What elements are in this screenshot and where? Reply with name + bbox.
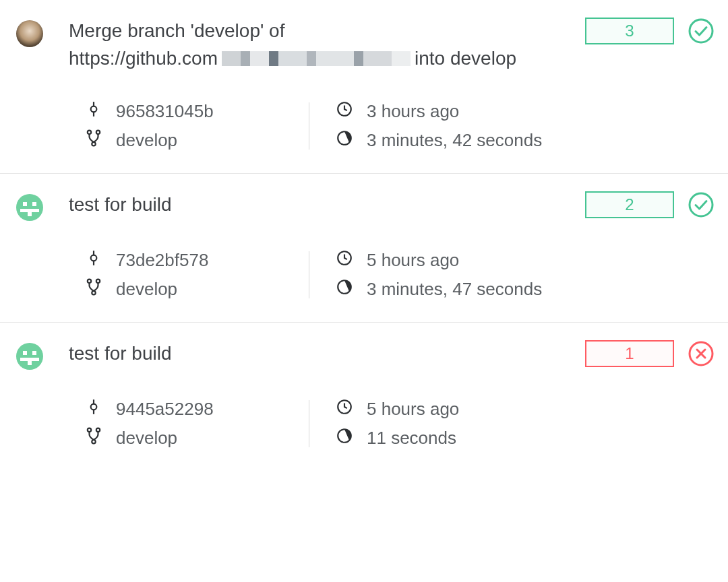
clock-icon <box>336 100 353 123</box>
commit-sha-value: 9445a52298 <box>116 399 214 420</box>
duration-icon <box>336 278 353 300</box>
build-number-badge[interactable]: 1 <box>585 340 674 367</box>
branch-name: develop <box>85 427 301 449</box>
build-duration: 3 minutes, 47 seconds <box>317 278 715 300</box>
svg-point-0 <box>690 20 712 42</box>
branch-name: develop <box>85 129 301 152</box>
build-time-value: 5 hours ago <box>367 399 459 420</box>
branch-icon <box>85 278 102 300</box>
build-list: Merge branch 'develop' of https://github… <box>0 0 728 471</box>
build-header: Merge branch 'develop' of https://github… <box>16 18 715 72</box>
build-number-badge[interactable]: 2 <box>585 191 674 218</box>
meta-divider <box>309 251 309 298</box>
build-item[interactable]: Merge branch 'develop' of https://github… <box>0 0 728 174</box>
clock-icon <box>336 249 353 271</box>
build-number-badge[interactable]: 3 <box>585 18 674 44</box>
author-avatar[interactable] <box>16 20 43 47</box>
status-success-icon <box>688 191 715 218</box>
build-duration: 11 seconds <box>317 427 715 449</box>
build-meta: 965831045bdevelop3 hours ago3 minutes, 4… <box>85 100 715 152</box>
svg-point-1 <box>91 106 97 112</box>
author-avatar[interactable] <box>16 343 43 370</box>
svg-point-24 <box>92 440 95 443</box>
branch-name: develop <box>85 278 301 300</box>
commit-message-text: into develop <box>415 48 516 69</box>
branch-icon <box>85 427 102 449</box>
commit-sha: 965831045b <box>85 100 301 123</box>
duration-icon <box>336 427 353 449</box>
build-meta: 73de2bf578develop5 hours ago3 minutes, 4… <box>85 249 715 300</box>
build-item[interactable]: test for build19445a52298develop5 hours … <box>0 323 728 471</box>
svg-point-22 <box>88 428 91 432</box>
commit-icon <box>85 100 102 123</box>
build-duration: 3 minutes, 42 seconds <box>317 129 715 152</box>
build-time: 3 hours ago <box>317 100 715 123</box>
svg-point-19 <box>91 404 97 410</box>
svg-point-10 <box>91 255 97 261</box>
branch-icon <box>85 129 102 152</box>
commit-message[interactable]: Merge branch 'develop' of https://github… <box>69 18 573 72</box>
clock-icon <box>336 398 353 420</box>
build-time-value: 5 hours ago <box>367 250 459 271</box>
commit-message-text: test for build <box>69 194 172 215</box>
svg-point-4 <box>88 131 91 134</box>
branch-name-value: develop <box>116 428 177 449</box>
status-failed-icon <box>688 340 715 367</box>
author-avatar[interactable] <box>16 194 43 221</box>
branch-name-value: develop <box>116 279 177 300</box>
redacted-text <box>222 51 411 66</box>
commit-icon <box>85 398 102 420</box>
build-duration-value: 11 seconds <box>367 428 456 449</box>
meta-divider <box>309 400 309 447</box>
branch-name-value: develop <box>116 130 177 151</box>
commit-sha: 73de2bf578 <box>85 249 301 271</box>
svg-point-23 <box>96 428 100 432</box>
build-meta: 9445a52298develop5 hours ago11 seconds <box>85 398 715 449</box>
build-time: 5 hours ago <box>317 249 715 271</box>
build-header: test for build2 <box>16 191 715 221</box>
svg-point-5 <box>96 131 100 134</box>
commit-icon <box>85 249 102 271</box>
svg-point-14 <box>96 280 100 283</box>
commit-message-text: test for build <box>69 343 172 364</box>
commit-message[interactable]: test for build <box>69 340 573 368</box>
status-success-icon <box>688 18 715 44</box>
build-item[interactable]: test for build273de2bf578develop5 hours … <box>0 174 728 323</box>
build-duration-value: 3 minutes, 42 seconds <box>367 130 542 151</box>
commit-message[interactable]: test for build <box>69 191 573 219</box>
duration-icon <box>336 129 353 152</box>
build-header: test for build1 <box>16 340 715 370</box>
commit-sha-value: 965831045b <box>116 101 214 122</box>
svg-point-9 <box>690 193 712 216</box>
build-duration-value: 3 minutes, 47 seconds <box>367 279 542 300</box>
svg-point-6 <box>92 142 95 146</box>
commit-sha-value: 73de2bf578 <box>116 250 208 271</box>
build-time: 5 hours ago <box>317 398 715 420</box>
svg-point-15 <box>92 291 95 294</box>
svg-point-13 <box>88 280 91 283</box>
meta-divider <box>309 102 309 150</box>
commit-sha: 9445a52298 <box>85 398 301 420</box>
build-time-value: 3 hours ago <box>367 101 459 122</box>
